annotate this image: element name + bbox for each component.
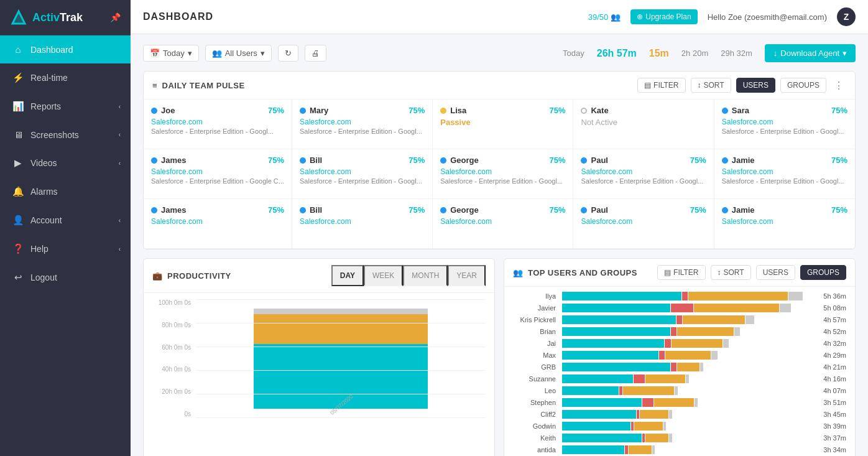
user-bar-name: Ilya (513, 292, 560, 300)
tab-month[interactable]: MONTH (403, 265, 448, 286)
today-filter[interactable]: 📅 Today ▾ (143, 45, 199, 62)
pulse-app-link[interactable]: Salesforce.com (722, 118, 847, 126)
pulse-users-toggle[interactable]: USERS (736, 78, 775, 93)
user-bar-name: Cliff2 (513, 411, 560, 418)
top-users-header: 👥 TOP USERS AND GROUPS ▤ FILTER ↕ SORT U… (504, 259, 855, 287)
pulse-cell: Bill 75% Salesforce.com (292, 199, 433, 249)
pulse-user-name: Joe (151, 106, 175, 115)
videos-arrow: ‹ (119, 160, 121, 167)
user-bar-bars (562, 304, 818, 312)
top-users-filter-button[interactable]: ▤ FILTER (657, 265, 705, 280)
bar-undef (788, 292, 803, 300)
bar-undef (669, 434, 672, 442)
pulse-app-link[interactable]: Salesforce.com (151, 167, 284, 176)
upgrade-button[interactable]: ⊕ Upgrade Plan (630, 9, 697, 24)
screenshots-arrow: ‹ (119, 131, 121, 138)
tab-year[interactable]: YEAR (448, 265, 486, 286)
sidebar-item-help[interactable]: ❓ Help ‹ (0, 235, 131, 263)
pulse-pct: 75% (690, 205, 706, 215)
user-bar-bars (562, 434, 818, 442)
pulse-app-link[interactable]: Salesforce.com (151, 118, 284, 126)
user-bar-bars (562, 327, 818, 336)
user-bar-row: Kris Pickrell 4h 57m (513, 315, 846, 324)
reports-arrow: ‹ (119, 103, 121, 110)
pulse-user-name: Jamie (722, 205, 755, 215)
pulse-user-row: James 75% (151, 156, 284, 165)
pulse-app-link[interactable]: Salesforce.com (581, 217, 706, 226)
pulse-user-row: Paul 75% (581, 156, 706, 165)
main-area: DASHBOARD 39/50 👥 ⊕ Upgrade Plan Hello Z… (131, 0, 868, 456)
sidebar-item-reports[interactable]: 📊 Reports ‹ (0, 92, 131, 121)
top-users-icon: 👥 (513, 268, 523, 277)
sidebar-item-logout[interactable]: ↩ Logout (0, 263, 131, 292)
pulse-cell: George 75% Salesforce.com Salesforce - E… (433, 149, 573, 199)
bar-undef (700, 363, 703, 371)
pin-icon[interactable]: 📌 (110, 12, 121, 22)
sidebar-item-screenshots[interactable]: 🖥 Screenshots ‹ (0, 121, 131, 149)
user-bar-row: Jai 4h 32m (513, 339, 846, 348)
status-dot (300, 207, 306, 213)
status-dot (300, 108, 306, 114)
bar-unprod (671, 327, 676, 336)
sidebar-item-account[interactable]: 👤 Account ‹ (0, 206, 131, 235)
not-active-status: Not Active (581, 118, 706, 127)
y-axis: 100h 0m 0s 80h 0m 0s 60h 0m 0s 40h 0m 0s… (152, 299, 195, 417)
pulse-pct: 75% (268, 156, 284, 165)
pulse-app-link[interactable]: Salesforce.com (151, 217, 284, 226)
pulse-user-row: James 75% (151, 205, 284, 215)
logo-icon (10, 9, 27, 26)
bar-prod (562, 327, 670, 336)
pulse-user-name: Mary (300, 106, 328, 115)
pulse-app-link[interactable]: Salesforce.com (440, 217, 565, 226)
chart-tab-group: DAY WEEK MONTH YEAR (331, 265, 486, 286)
user-bar-time: 3h 51m (820, 399, 846, 406)
sidebar-item-alarms[interactable]: 🔔 Alarms (0, 177, 131, 206)
bar-undef (669, 410, 672, 419)
refresh-button[interactable]: ↻ (278, 45, 298, 62)
bar-group-1: 05/07/2020 (196, 299, 486, 417)
tab-day[interactable]: DAY (331, 265, 364, 286)
pulse-groups-toggle[interactable]: GROUPS (780, 78, 826, 93)
filter-bar: 📅 Today ▾ 👥 All Users ▾ ↻ 🖨 Today 26h 57… (143, 44, 856, 62)
productivity-title: PRODUCTIVITY (167, 271, 231, 281)
pulse-app-link[interactable]: Salesforce.com (581, 167, 706, 176)
sidebar-item-dashboard[interactable]: ⌂ Dashboard (0, 35, 131, 63)
pulse-cell: Jamie 75% Salesforce.com Salesforce - En… (714, 149, 855, 199)
sidebar-item-realtime[interactable]: ⚡ Real-time (0, 63, 131, 92)
bell-icon: 🔔 (12, 186, 24, 197)
bar-prod (562, 445, 624, 454)
pulse-user-row: Paul 75% (581, 205, 706, 215)
print-button[interactable]: 🖨 (305, 45, 326, 62)
tab-week[interactable]: WEEK (364, 265, 403, 286)
pulse-app-link[interactable]: Salesforce.com (300, 217, 425, 226)
download-arrow: ▾ (843, 49, 847, 58)
more-options-button[interactable]: ⋮ (831, 80, 846, 91)
user-bar-time: 4h 29m (820, 351, 846, 359)
top-groups-toggle[interactable]: GROUPS (800, 265, 846, 280)
user-bar-row: Godwin 3h 39m (513, 422, 846, 430)
pulse-app-link[interactable]: Salesforce.com (300, 118, 425, 126)
user-bar-name: Stephen (513, 399, 560, 406)
bar-undef (734, 327, 740, 336)
sidebar-item-videos[interactable]: ▶ Videos ‹ (0, 149, 131, 177)
pulse-sort-button[interactable]: ↕ SORT (691, 78, 731, 93)
bar-unprod (634, 375, 645, 383)
sidebar-label-videos: Videos (30, 158, 57, 168)
bottom-row: 💼 PRODUCTIVITY DAY WEEK MONTH YEAR (143, 258, 856, 456)
user-bar-time: 4h 52m (820, 328, 846, 335)
download-agent-button[interactable]: ↓ Download Agent ▾ (765, 44, 856, 62)
pulse-app-link[interactable]: Salesforce.com (300, 167, 425, 176)
pulse-app-link[interactable]: Salesforce.com (440, 167, 565, 176)
top-users-toggle[interactable]: USERS (756, 265, 795, 280)
all-users-filter[interactable]: 👥 All Users ▾ (205, 45, 272, 62)
pulse-filter-button[interactable]: ▤ FILTER (637, 78, 685, 93)
pulse-user-name: Lisa (440, 106, 466, 115)
pulse-app-link[interactable]: Salesforce.com (722, 167, 847, 176)
top-users-sort-button[interactable]: ↕ SORT (711, 265, 751, 280)
bar-undef (711, 351, 717, 360)
pulse-app-link[interactable]: Salesforce.com (722, 217, 847, 226)
user-bar-bars (562, 339, 818, 348)
pulse-user-row: Mary 75% (300, 106, 425, 115)
pulse-cell: Bill 75% Salesforce.com Salesforce - Ent… (292, 149, 433, 199)
page-title: DASHBOARD (143, 11, 213, 22)
